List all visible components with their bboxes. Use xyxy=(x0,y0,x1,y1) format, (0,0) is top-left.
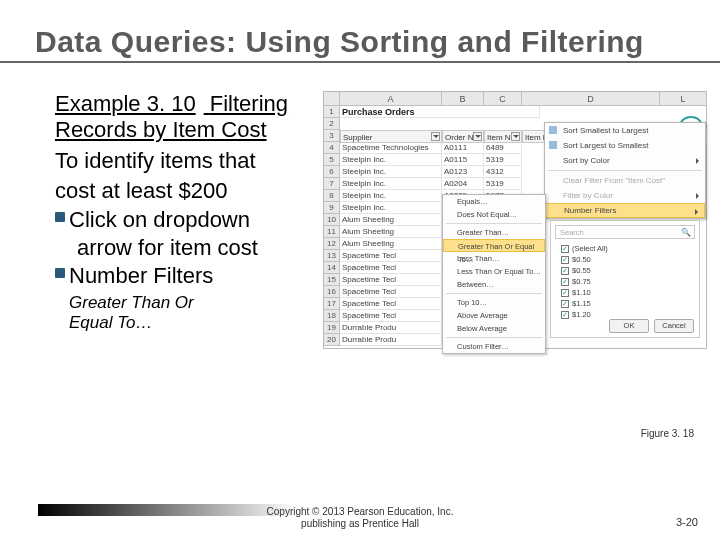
data-cell: A0115 xyxy=(442,154,484,166)
sub-below-avg[interactable]: Below Average xyxy=(443,322,545,335)
slide-title: Data Queries: Using Sorting and Filterin… xyxy=(0,0,720,59)
data-cell: 5319 xyxy=(484,178,522,190)
sub-above-avg[interactable]: Above Average xyxy=(443,309,545,322)
col-letter: L xyxy=(660,92,707,106)
row-num: 9 xyxy=(324,202,340,214)
intro-line-2: cost at least $200 xyxy=(55,177,315,205)
data-cell: Spacetime Tecl xyxy=(340,250,442,262)
sub-between[interactable]: Between… xyxy=(443,278,545,291)
data-cell: Steelpin Inc. xyxy=(340,202,442,214)
dropdown-icon[interactable] xyxy=(431,132,440,141)
data-cell: Spacetime Tecl xyxy=(340,274,442,286)
menu-sort-smallest[interactable]: Sort Smallest to Largest xyxy=(545,123,705,138)
row-num: 17 xyxy=(324,298,340,310)
sub-gt[interactable]: Greater Than… xyxy=(443,226,545,239)
checkbox-icon[interactable]: ✓ xyxy=(561,278,569,286)
checkbox-icon[interactable]: ✓ xyxy=(561,311,569,319)
content-row: Example 3. 10 Filtering Records by Item … xyxy=(0,63,720,349)
row-num: 8 xyxy=(324,190,340,202)
filter-checkbox-item[interactable]: ✓$0.55 xyxy=(551,265,699,276)
copyright-l2: publishing as Prentice Hall xyxy=(301,518,419,529)
chevron-right-icon xyxy=(696,158,699,164)
menu-number-filters-label: Number Filters xyxy=(564,206,616,215)
cancel-button[interactable]: Cancel xyxy=(654,319,694,333)
row-num: 3 xyxy=(324,130,340,142)
chevron-right-icon xyxy=(695,209,698,215)
data-cell: Spacetime Tecl xyxy=(340,262,442,274)
data-cell: Durrable Produ xyxy=(340,334,442,346)
sub-top10[interactable]: Top 10… xyxy=(443,296,545,309)
row-num: 14 xyxy=(324,262,340,274)
menu-sort-by-color[interactable]: Sort by Color xyxy=(545,153,705,168)
filter-buttons: OK Cancel xyxy=(609,319,694,333)
data-cell: Alum Sheeting xyxy=(340,214,442,226)
data-cell: Spacetime Technologies xyxy=(340,142,442,154)
checkbox-icon[interactable]: ✓ xyxy=(561,267,569,275)
bullet-1-l1: Click on dropdown xyxy=(69,207,250,232)
filter-checkbox-label: $0.50 xyxy=(572,255,591,264)
sub-lt[interactable]: Less Than… xyxy=(443,252,545,265)
row-num: 19 xyxy=(324,322,340,334)
checkbox-icon[interactable]: ✓ xyxy=(561,245,569,253)
filter-checkbox-label: $0.75 xyxy=(572,277,591,286)
sub-equals[interactable]: Equals… xyxy=(443,195,545,208)
row-num: 10 xyxy=(324,214,340,226)
data-cell: Durrable Produ xyxy=(340,322,442,334)
example-number: Example 3. 10 xyxy=(55,91,196,116)
menu-sep xyxy=(446,337,542,338)
data-cell: Alum Sheeting xyxy=(340,238,442,250)
checkbox-icon[interactable]: ✓ xyxy=(561,300,569,308)
data-title: Purchase Orders xyxy=(340,106,540,118)
menu-sep xyxy=(446,223,542,224)
row-num: 12 xyxy=(324,238,340,250)
sub-custom[interactable]: Custom Filter… xyxy=(443,340,545,353)
number-filters-submenu[interactable]: Equals… Does Not Equal… Greater Than… Gr… xyxy=(442,194,546,354)
sub-gte[interactable]: Greater Than Or Equal To… xyxy=(443,239,545,252)
ok-button[interactable]: OK xyxy=(609,319,649,333)
sub-not-equal[interactable]: Does Not Equal… xyxy=(443,208,545,221)
subnote-l1: Greater Than Or xyxy=(69,293,194,312)
row-num: 6 xyxy=(324,166,340,178)
menu-clear-filter: Clear Filter From "Item Cost" xyxy=(545,173,705,188)
col-letter: C xyxy=(484,92,522,106)
sub-lte[interactable]: Less Than Or Equal To… xyxy=(443,265,545,278)
intro-line-1: To identify items that xyxy=(55,147,315,175)
col-letter: D xyxy=(522,92,660,106)
data-cell: Steelpin Inc. xyxy=(340,166,442,178)
filter-checkbox-label: $1.20 xyxy=(572,310,591,319)
filter-dropdown-menu[interactable]: Sort Smallest to Largest Sort Largest to… xyxy=(544,122,706,219)
example-title: Example 3. 10 Filtering Records by Item … xyxy=(55,91,315,143)
hdr-supplier-label: Supplier xyxy=(343,133,372,142)
checkbox-icon[interactable]: ✓ xyxy=(561,256,569,264)
hdr-order-label: Order N xyxy=(445,133,473,142)
filter-checkbox-item[interactable]: ✓$1.15 xyxy=(551,298,699,309)
menu-number-filters[interactable]: Number Filters xyxy=(545,203,705,218)
filter-checkbox-item[interactable]: ✓$1.10 xyxy=(551,287,699,298)
filter-checkbox-label: (Select All) xyxy=(572,244,608,253)
row-num: 16 xyxy=(324,286,340,298)
row-num: 13 xyxy=(324,250,340,262)
menu-sort-largest[interactable]: Sort Largest to Smallest xyxy=(545,138,705,153)
filter-checkbox-label: $1.15 xyxy=(572,299,591,308)
checkbox-icon[interactable]: ✓ xyxy=(561,289,569,297)
data-cell: A0111 xyxy=(442,142,484,154)
filter-checkbox-item[interactable]: ✓$0.50 xyxy=(551,254,699,265)
col-letter: A xyxy=(340,92,442,106)
excel-screenshot: A B C D L 1 2 3 4 5 6 7 8 9 10 11 12 13 … xyxy=(323,91,707,349)
filter-checkbox-item[interactable]: ✓$0.75 xyxy=(551,276,699,287)
bullet-2: Number Filters xyxy=(55,262,315,290)
menu-filter-by-color-label: Filter by Color xyxy=(563,191,613,200)
dropdown-icon[interactable] xyxy=(473,132,482,141)
row-num: 18 xyxy=(324,310,340,322)
filter-search-input[interactable]: Search xyxy=(555,225,695,239)
row-num: 11 xyxy=(324,226,340,238)
copyright: Copyright © 2013 Pearson Education, Inc.… xyxy=(267,506,454,530)
filter-checkbox-item[interactable]: ✓(Select All) xyxy=(551,243,699,254)
dropdown-icon[interactable] xyxy=(511,132,520,141)
chevron-right-icon xyxy=(696,193,699,199)
row-num: 4 xyxy=(324,142,340,154)
footer: Copyright © 2013 Pearson Education, Inc.… xyxy=(0,485,720,540)
figure-caption: Figure 3. 18 xyxy=(641,428,694,439)
filter-values-pane[interactable]: Search ✓(Select All)✓$0.50✓$0.55✓$0.75✓$… xyxy=(550,220,700,338)
row-num: 20 xyxy=(324,334,340,346)
